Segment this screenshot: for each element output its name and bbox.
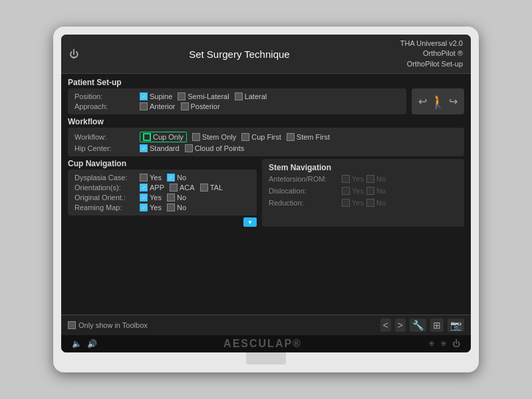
dysplasia-no-cb[interactable]: ✓ xyxy=(167,174,175,182)
posterior-checkbox[interactable] xyxy=(181,102,189,110)
position-semi-lateral[interactable]: Semi-Lateral xyxy=(178,92,229,100)
supine-checkbox[interactable]: ✓ xyxy=(140,92,148,100)
cup-only-checkbox[interactable] xyxy=(143,133,151,141)
workflow-cup-only[interactable]: Cup Only xyxy=(140,132,187,142)
standard-label: Standard xyxy=(150,144,180,152)
hip-center-label: Hip Center: xyxy=(74,144,134,152)
orig-no[interactable]: No xyxy=(167,194,186,201)
patient-setup-section: Patient Set-up Position: ✓ Supine Semi-L… xyxy=(68,78,464,114)
workflow-row: Workflow: Cup Only Stem Only Cup First xyxy=(74,132,458,142)
patient-setup-left: Position: ✓ Supine Semi-Lateral xyxy=(68,88,406,114)
cup-only-label: Cup Only xyxy=(153,133,184,141)
anterior-label: Anterior xyxy=(150,102,176,110)
power-icon[interactable]: ⏻ xyxy=(69,49,78,59)
dysplasia-label: Dysplasia Case: xyxy=(74,174,134,182)
approach-posterior[interactable]: Posterior xyxy=(181,102,220,110)
volume-up-icon[interactable]: 🔊 xyxy=(87,339,97,348)
standard-checkbox[interactable]: ✓ xyxy=(140,144,148,152)
workflow-cup-first[interactable]: Cup First xyxy=(241,133,281,141)
reaming-row: Reaming Map: ✓ Yes No xyxy=(74,203,250,211)
patient-icon-person[interactable]: 🚶 xyxy=(430,94,446,110)
version-info: THA Universal v2.0 OrthoPilot ® OrthoPil… xyxy=(400,39,463,69)
cup-nav-body: Dysplasia Case: Yes ✓ No xyxy=(68,170,257,215)
position-label: Position: xyxy=(74,92,134,100)
antetorsion-yes: Yes xyxy=(342,175,364,183)
stem-first-checkbox[interactable] xyxy=(287,133,295,141)
cloud-checkbox[interactable] xyxy=(185,144,193,152)
reduction-yes: Yes xyxy=(342,199,364,207)
orient-app[interactable]: ✓ APP xyxy=(140,184,164,192)
dislocation-label: Dislocation: xyxy=(269,187,342,195)
stem-only-checkbox[interactable] xyxy=(192,133,200,141)
navigation-section: Cup Navigation Dysplasia Case: Yes ✓ No xyxy=(68,159,464,227)
screen: ⏻ Set Surgery Technique THA Universal v2… xyxy=(61,35,471,352)
brightness-icon[interactable]: ✳ xyxy=(428,339,435,348)
hip-center-standard[interactable]: ✓ Standard xyxy=(140,144,180,152)
orig-no-cb[interactable] xyxy=(167,194,175,201)
reaming-yes-cb[interactable]: ✓ xyxy=(140,203,148,211)
cloud-label: Cloud of Points xyxy=(195,144,245,152)
nav-next-button[interactable]: > xyxy=(395,319,406,332)
dysplasia-row: Dysplasia Case: Yes ✓ No xyxy=(74,174,250,182)
volume-down-icon[interactable]: 🔈 xyxy=(72,339,82,348)
position-lateral[interactable]: Lateral xyxy=(235,92,267,100)
patient-setup-header: Patient Set-up xyxy=(68,78,464,87)
reduction-no: No xyxy=(366,199,386,207)
power-footer-icon[interactable]: ⏻ xyxy=(452,339,460,348)
hip-center-row: Hip Center: ✓ Standard Cloud of Points xyxy=(74,144,458,152)
patient-setup-body: Position: ✓ Supine Semi-Lateral xyxy=(68,88,464,114)
app-cb[interactable]: ✓ xyxy=(140,184,148,192)
grid-button[interactable]: ⊞ xyxy=(430,319,444,332)
reaming-no-cb[interactable] xyxy=(167,203,175,211)
patient-icon-right[interactable]: ↪ xyxy=(449,95,458,108)
dysplasia-no[interactable]: ✓ No xyxy=(167,174,186,182)
wrench-button[interactable]: 🔧 xyxy=(410,319,426,332)
dysplasia-yes[interactable]: Yes xyxy=(140,174,162,182)
expand-button[interactable]: ▼ xyxy=(243,217,257,227)
nav-prev-button[interactable]: < xyxy=(380,319,391,332)
stem-nav-header: Stem Navigation xyxy=(269,163,458,172)
stem-navigation: Stem Navigation Antetorsion/ROM: Yes xyxy=(262,159,464,227)
tal-cb[interactable] xyxy=(200,184,208,192)
original-orient-row: Original Orient.: ✓ Yes No xyxy=(74,194,250,201)
patient-icon-left[interactable]: ↩ xyxy=(418,95,427,108)
antetorsion-label: Antetorsion/ROM: xyxy=(269,175,342,183)
toolbox-label: Only show in Toolbox xyxy=(78,321,148,329)
reaming-yes[interactable]: ✓ Yes xyxy=(140,203,162,211)
aca-cb[interactable] xyxy=(170,184,178,192)
approach-anterior[interactable]: Anterior xyxy=(140,102,176,110)
semi-lateral-checkbox[interactable] xyxy=(178,92,186,100)
stem-only-label: Stem Only xyxy=(202,133,236,141)
footer: 🔈 🔊 AESCULAP® ✳ ✳ ⏻ xyxy=(61,335,471,352)
cup-first-checkbox[interactable] xyxy=(241,133,249,141)
hip-center-cloud[interactable]: Cloud of Points xyxy=(185,144,245,152)
position-supine[interactable]: ✓ Supine xyxy=(140,92,172,100)
workflow-stem-only[interactable]: Stem Only xyxy=(192,133,236,141)
brightness2-icon[interactable]: ✳ xyxy=(440,339,447,348)
patient-setup-icons: ↩ 🚶 ↪ xyxy=(412,88,464,114)
orient-tal[interactable]: TAL xyxy=(200,184,223,192)
workflow-stem-first[interactable]: Stem First xyxy=(287,133,330,141)
toolbox-option[interactable]: Only show in Toolbox xyxy=(68,321,148,329)
nav-buttons: < > 🔧 ⊞ 📷 xyxy=(380,319,464,332)
orient-aca[interactable]: ACA xyxy=(170,184,195,192)
orig-yes[interactable]: ✓ Yes xyxy=(140,194,162,201)
toolbox-checkbox[interactable] xyxy=(68,321,76,329)
orientation-row: Orientation(s): ✓ APP ACA T xyxy=(74,184,250,192)
reaming-no[interactable]: No xyxy=(167,203,186,211)
anterior-checkbox[interactable] xyxy=(140,102,148,110)
workflow-section: Workflow Workflow: Cup Only Stem Only xyxy=(68,117,464,156)
dislocation-no: No xyxy=(366,187,386,195)
lateral-checkbox[interactable] xyxy=(235,92,243,100)
camera-button[interactable]: 📷 xyxy=(448,319,464,332)
orig-yes-cb[interactable]: ✓ xyxy=(140,194,148,201)
bottom-bar: Only show in Toolbox < > 🔧 ⊞ 📷 xyxy=(61,315,471,335)
reduction-row: Reduction: Yes No xyxy=(269,199,458,207)
workflow-label: Workflow: xyxy=(74,133,134,141)
footer-icons-left: 🔈 🔊 xyxy=(72,339,97,348)
semi-lateral-label: Semi-Lateral xyxy=(188,92,229,100)
position-row: Position: ✓ Supine Semi-Lateral xyxy=(74,92,400,100)
dysplasia-yes-cb[interactable] xyxy=(140,174,148,182)
monitor: ⏻ Set Surgery Technique THA Universal v2… xyxy=(53,27,479,372)
dislocation-yes: Yes xyxy=(342,187,364,195)
